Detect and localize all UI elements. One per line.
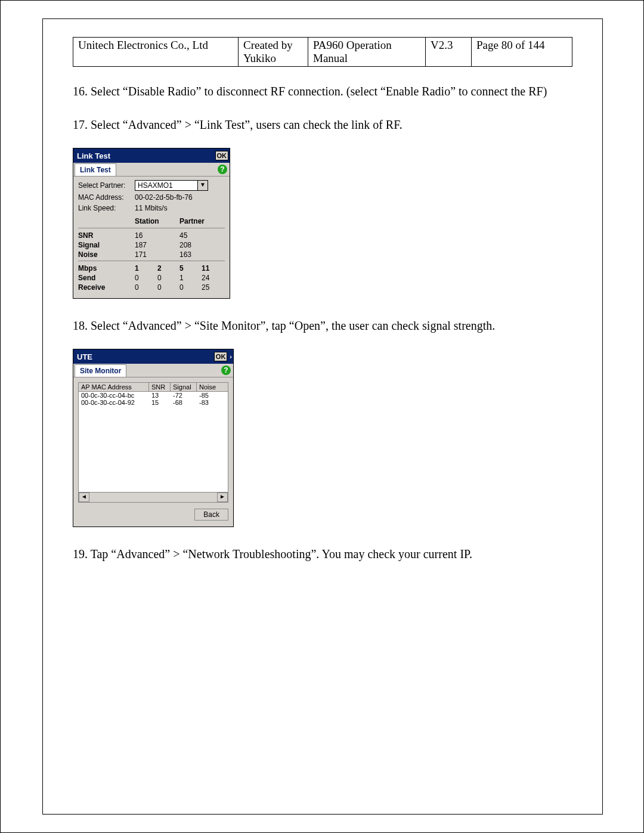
link-test-tabs: Link Test ? xyxy=(73,163,230,176)
select-partner-dropdown[interactable]: HSAXMO1 ▼ xyxy=(135,180,208,191)
site-monitor-window: UTE OK › Site Monitor ? AP MAC Address S… xyxy=(73,349,234,527)
site-monitor-tabs: Site Monitor ? xyxy=(73,364,233,377)
site-monitor-title: UTE xyxy=(77,352,214,361)
header-doc: PA960 Operation Manual xyxy=(308,38,426,67)
col-signal: Signal xyxy=(171,383,197,391)
ok-button[interactable]: OK xyxy=(214,352,228,361)
help-icon[interactable]: ? xyxy=(218,165,227,174)
mac-address-label: MAC Address: xyxy=(78,193,135,202)
link-speed-label: Link Speed: xyxy=(78,204,135,212)
site-monitor-titlebar: UTE OK › xyxy=(73,349,233,364)
site-monitor-list: AP MAC Address SNR Signal Noise 00-0c-30… xyxy=(78,382,228,503)
back-button[interactable]: Back xyxy=(194,509,228,521)
ok-button[interactable]: OK xyxy=(215,151,229,160)
header-version: V2.3 xyxy=(426,38,472,67)
close-icon[interactable]: › xyxy=(227,353,232,360)
step-18-text: 18. Select “Advanced” > “Site Monitor”, … xyxy=(73,315,572,336)
mbps-row: Mbps 1 2 5 11 xyxy=(78,264,225,273)
list-item[interactable]: 00-0c-30-cc-04-bc 13 -72 -85 xyxy=(79,392,228,399)
link-test-title: Link Test xyxy=(77,151,215,160)
tab-site-monitor[interactable]: Site Monitor xyxy=(75,364,126,377)
list-item[interactable]: 00-0c-30-cc-04-92 15 -68 -83 xyxy=(79,399,228,406)
step-16-text: 16. Select “Disable Radio” to disconnect… xyxy=(73,81,572,101)
step-19-text: 19. Tap “Advanced” > “Network Troublesho… xyxy=(73,544,572,564)
dropdown-icon[interactable]: ▼ xyxy=(197,180,208,191)
tab-link-test[interactable]: Link Test xyxy=(75,163,116,176)
header-company: Unitech Electronics Co., Ltd xyxy=(73,38,239,67)
scroll-left-icon[interactable]: ◄ xyxy=(79,493,89,502)
select-partner-value: HSAXMO1 xyxy=(135,180,197,191)
help-icon[interactable]: ? xyxy=(221,366,231,375)
col-noise: Noise xyxy=(197,383,222,391)
step-17-text: 17. Select “Advanced” > “Link Test”, use… xyxy=(73,114,572,135)
col-snr: SNR xyxy=(149,383,171,391)
signal-row: Signal 187 208 xyxy=(78,240,225,250)
receive-row: Receive 0 0 0 25 xyxy=(78,283,225,292)
col-station: Station xyxy=(135,217,179,225)
link-test-window: Link Test OK Link Test ? Select Partner:… xyxy=(73,148,230,299)
header-page: Page 80 of 144 xyxy=(472,38,572,67)
scroll-right-icon[interactable]: ► xyxy=(217,493,228,502)
col-partner: Partner xyxy=(179,217,215,225)
noise-row: Noise 171 163 xyxy=(78,250,225,259)
site-monitor-header: AP MAC Address SNR Signal Noise xyxy=(79,383,228,392)
doc-header-table: Unitech Electronics Co., Ltd Created by … xyxy=(73,37,572,67)
header-created: Created by Yukiko xyxy=(239,38,308,67)
col-mac: AP MAC Address xyxy=(79,383,149,391)
send-row: Send 0 0 1 24 xyxy=(78,273,225,283)
snr-row: SNR 16 45 xyxy=(78,231,225,240)
scrollbar[interactable]: ◄ ► xyxy=(79,492,228,502)
link-test-titlebar: Link Test OK xyxy=(73,148,230,163)
select-partner-label: Select Partner: xyxy=(78,181,135,190)
link-speed-value: 11 Mbits/s xyxy=(135,204,168,212)
mac-address-value: 00-02-2d-5b-fb-76 xyxy=(135,193,193,202)
